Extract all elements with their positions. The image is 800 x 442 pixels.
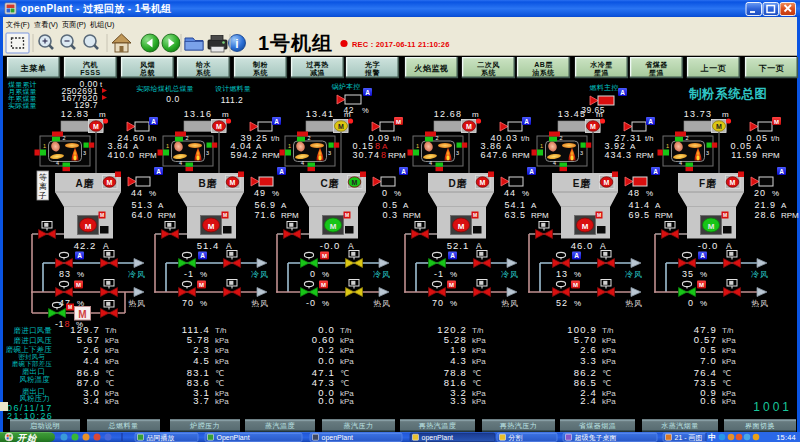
- svg-text:t/h: t/h: [771, 134, 779, 143]
- svg-text:kPa: kPa: [340, 336, 354, 345]
- svg-text:A: A: [200, 252, 205, 259]
- svg-text:RPM: RPM: [636, 151, 654, 160]
- svg-text:M: M: [107, 179, 113, 186]
- svg-text:2: 2: [436, 135, 439, 141]
- svg-text:%: %: [700, 270, 707, 279]
- svg-text:页面(P): 页面(P): [62, 20, 86, 29]
- svg-text:M: M: [330, 222, 337, 231]
- svg-text:M: M: [78, 309, 86, 320]
- svg-text:系统: 系统: [252, 68, 269, 77]
- svg-text:M: M: [322, 253, 327, 259]
- svg-text:冷风: 冷风: [251, 270, 269, 279]
- svg-text:m: m: [596, 110, 603, 119]
- svg-text:M: M: [774, 119, 779, 125]
- svg-text:水蒸汽烟量: 水蒸汽烟量: [661, 422, 699, 430]
- svg-text:给水: 给水: [195, 61, 212, 69]
- svg-text:磨进口风压: 磨进口风压: [14, 336, 53, 345]
- svg-text:kPa: kPa: [722, 346, 736, 355]
- svg-text:文件(F): 文件(F): [6, 20, 30, 29]
- svg-text:启动说明: 启动说明: [30, 422, 60, 430]
- svg-text:风烟: 风烟: [139, 61, 155, 69]
- svg-text:%: %: [646, 189, 653, 198]
- svg-text:A: A: [365, 89, 370, 96]
- svg-text:壁温: 壁温: [593, 69, 609, 77]
- svg-text:4.3: 4.3: [450, 355, 467, 366]
- svg-text:M: M: [396, 119, 401, 125]
- svg-text:m: m: [222, 110, 229, 119]
- svg-text:1: 1: [416, 143, 419, 149]
- svg-text:℃: ℃: [602, 369, 611, 378]
- svg-text:4: 4: [56, 160, 59, 166]
- svg-text:30.74: 30.74: [352, 150, 380, 160]
- svg-text:83: 83: [59, 269, 71, 279]
- svg-text:D磨: D磨: [448, 178, 467, 189]
- svg-text:0.0: 0.0: [318, 355, 335, 366]
- svg-text:1号机组: 1号机组: [258, 32, 333, 54]
- svg-text:0: 0: [688, 298, 694, 308]
- svg-text:t/h: t/h: [521, 134, 529, 143]
- svg-text:M: M: [216, 123, 222, 130]
- svg-text:A: A: [653, 168, 658, 175]
- svg-text:REC : 2017-06-11 21:10:26: REC : 2017-06-11 21:10:26: [352, 40, 450, 49]
- svg-text:kPa: kPa: [105, 336, 119, 345]
- svg-text:0.3: 0.3: [382, 210, 398, 220]
- svg-text:M: M: [723, 212, 727, 218]
- svg-text:M: M: [473, 212, 477, 218]
- svg-text:7.0: 7.0: [700, 355, 717, 366]
- svg-text:0.5: 0.5: [700, 344, 717, 355]
- svg-text:水冷壁: 水冷壁: [589, 61, 613, 69]
- svg-text:T/h: T/h: [472, 326, 484, 335]
- svg-text:kPa: kPa: [215, 397, 229, 406]
- svg-text:41.4: 41.4: [628, 200, 650, 210]
- svg-text:设计燃料量: 设计燃料量: [215, 85, 251, 92]
- svg-text:3.7: 3.7: [193, 395, 210, 406]
- svg-text:3: 3: [580, 150, 583, 156]
- svg-text:2.6: 2.6: [580, 344, 597, 355]
- svg-text:kPa: kPa: [215, 357, 229, 366]
- svg-text:2.4: 2.4: [580, 395, 597, 406]
- svg-text:冷风: 冷风: [751, 270, 769, 279]
- svg-text:-0.0: -0.0: [320, 240, 340, 251]
- svg-text:56.9: 56.9: [254, 200, 276, 210]
- svg-text:℃: ℃: [105, 379, 114, 388]
- svg-text:3: 3: [206, 150, 209, 156]
- svg-text:0.0: 0.0: [318, 395, 335, 406]
- svg-text:分割: 分割: [508, 434, 523, 441]
- svg-text:46.0: 46.0: [571, 240, 594, 251]
- svg-text:M: M: [76, 282, 81, 288]
- svg-text:%: %: [574, 270, 581, 279]
- svg-text:℃: ℃: [722, 369, 731, 378]
- svg-text:机组(U): 机组(U): [90, 20, 114, 29]
- svg-text:B磨: B磨: [198, 178, 217, 189]
- svg-text:4: 4: [179, 160, 182, 166]
- svg-text:T/h: T/h: [340, 326, 352, 335]
- svg-text:M: M: [223, 212, 227, 218]
- svg-text:制粉系统总图: 制粉系统总图: [688, 86, 768, 101]
- svg-text:再热汽压力: 再热汽压力: [500, 422, 538, 430]
- svg-text:A: A: [450, 252, 455, 259]
- svg-text:℃: ℃: [472, 369, 481, 378]
- svg-text:年累煤量: 年累煤量: [8, 95, 37, 102]
- svg-text:70: 70: [182, 298, 194, 308]
- svg-text:4: 4: [301, 160, 304, 166]
- svg-text:2: 2: [560, 135, 563, 141]
- svg-text:蒸汽压力: 蒸汽压力: [344, 422, 374, 430]
- svg-text:21 - 画图: 21 - 画图: [675, 434, 703, 442]
- svg-text:44: 44: [504, 188, 516, 198]
- svg-text:12.83: 12.83: [61, 109, 90, 119]
- svg-text:kPa: kPa: [722, 357, 736, 366]
- svg-text:煤量累计: 煤量累计: [8, 81, 37, 88]
- svg-text:风粉温度: 风粉温度: [19, 375, 50, 384]
- svg-text:A: A: [103, 241, 109, 251]
- svg-text:-1: -1: [55, 319, 64, 329]
- svg-text:4.5: 4.5: [193, 355, 210, 366]
- svg-text:锅炉本控: 锅炉本控: [331, 83, 361, 90]
- svg-text:M: M: [93, 123, 99, 130]
- svg-text:kPa: kPa: [602, 346, 616, 355]
- svg-text:热风: 热风: [373, 299, 391, 308]
- svg-text:℃: ℃: [472, 379, 481, 388]
- svg-text:子: 子: [38, 191, 47, 200]
- svg-text:kPa: kPa: [472, 346, 486, 355]
- svg-text:-0.0: -0.0: [698, 240, 718, 251]
- svg-text:52: 52: [556, 298, 568, 308]
